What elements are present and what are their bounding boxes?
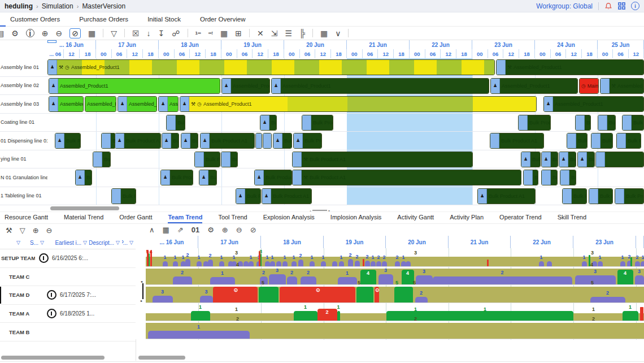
- gantt-bar[interactable]: ♟Bulk: [162, 133, 179, 149]
- gantt-bar[interactable]: ♟Assembled_P: [49, 96, 84, 112]
- gantt-bar[interactable]: Bulk Pr: [622, 115, 644, 131]
- bar-handle[interactable]: ♟: [49, 79, 58, 93]
- bar-handle[interactable]: ♟: [76, 170, 85, 185]
- gantt-bar[interactable]: Bulk P: [166, 115, 185, 131]
- bar-handle[interactable]: ♟: [222, 79, 231, 93]
- filter-icon[interactable]: ▽: [111, 29, 117, 37]
- trend-h-scrollbar[interactable]: [138, 356, 185, 360]
- settings-gear-icon[interactable]: ⚙: [11, 29, 19, 37]
- bar-handle[interactable]: [560, 170, 569, 185]
- gantt-bar[interactable]: Bulk Product A1: [518, 115, 551, 131]
- gantt-bar[interactable]: ♟Bulk: [181, 133, 198, 149]
- bar-handle[interactable]: ♟: [542, 152, 551, 167]
- close-icon[interactable]: ✕: [257, 29, 264, 37]
- chevron-down-icon[interactable]: ∨: [335, 29, 341, 37]
- gantt-bar[interactable]: Assembled_Pro: [85, 96, 116, 112]
- gantt-bar[interactable]: ♟Assembled_Produc: [118, 96, 157, 112]
- column-header[interactable]: S...▽: [23, 240, 46, 246]
- tab-order-gantt[interactable]: Order Gantt: [119, 212, 152, 223]
- gantt-bar[interactable]: Bulk Pro: [616, 133, 641, 149]
- table-h-scrollbar[interactable]: [1, 356, 105, 360]
- hierarchy-icon[interactable]: ╠: [299, 29, 305, 37]
- gantt-bar[interactable]: ♟Bulk Product A1: [200, 133, 255, 149]
- top-gantt-scrollbar[interactable]: [50, 206, 119, 210]
- gantt-bar[interactable]: ♟Bulk: [273, 133, 292, 149]
- gantt-bar[interactable]: Bulk Pro: [194, 152, 220, 167]
- tab-purchase-orders[interactable]: Purchase Orders: [79, 16, 128, 23]
- bar-handle[interactable]: [93, 152, 102, 167]
- bar-handle[interactable]: [524, 170, 533, 185]
- bar-handle[interactable]: [567, 133, 576, 148]
- link-end-icon[interactable]: ∞!: [208, 31, 213, 36]
- indent-icon[interactable]: ☰: [285, 29, 292, 37]
- bar-handle[interactable]: [490, 133, 499, 148]
- bar-handle[interactable]: ♟: [521, 152, 530, 167]
- workgroup-label[interactable]: Workgroup: Global: [536, 2, 593, 10]
- pin-icon[interactable]: ↧: [158, 29, 165, 37]
- zoom-out-circle-icon[interactable]: ⊖: [46, 227, 53, 234]
- edit-wrench-icon[interactable]: ⚒: [6, 227, 12, 234]
- gantt-bar[interactable]: ♟Bulk: [541, 152, 558, 167]
- gantt-bar[interactable]: [255, 133, 262, 149]
- bar-handle[interactable]: ♟: [115, 133, 124, 148]
- bar-handle[interactable]: [623, 115, 632, 130]
- binary-view-icon[interactable]: 01: [192, 226, 199, 234]
- bar-handle[interactable]: ♟: [48, 60, 57, 75]
- gantt-bar[interactable]: ♟Assem: [158, 96, 179, 112]
- table-row[interactable]: SETUP TEAM6/16/2025 6:...: [0, 249, 136, 268]
- bar-handle[interactable]: ♟: [491, 79, 500, 93]
- gantt-bar[interactable]: ♟Bulk Product A1: [254, 170, 292, 185]
- gantt-bar[interactable]: ♟Bulk: [559, 152, 576, 167]
- gantt-bar[interactable]: ♟Bulk Pro: [75, 170, 92, 185]
- tab-implosion-analysis[interactable]: Implosion Analysis: [330, 212, 382, 223]
- gantt-bar[interactable]: [595, 152, 644, 167]
- zoom-out-icon[interactable]: ⊖: [236, 226, 242, 234]
- gantt-bar[interactable]: ◷Maint: [579, 78, 599, 94]
- tab-order-overview[interactable]: Order Overview: [200, 16, 246, 23]
- bar-handle[interactable]: ♟: [272, 79, 281, 93]
- gantt-bar[interactable]: ♟Assembled_Product1: [543, 96, 644, 112]
- bar-handle[interactable]: ♟: [294, 133, 303, 148]
- collapse-icon[interactable]: ∧: [149, 226, 155, 234]
- gantt-bar[interactable]: ♟Assembled_Product1: [271, 78, 489, 94]
- gantt-bar[interactable]: ♟Bulk Pr: [199, 170, 217, 185]
- bar-handle[interactable]: ♟: [273, 133, 282, 148]
- gantt-bar[interactable]: Bulk Pro: [591, 133, 613, 149]
- tab-customer-orders[interactable]: Customer Orders: [10, 16, 60, 23]
- bar-handle[interactable]: [596, 152, 605, 167]
- bar-handle[interactable]: [598, 115, 607, 130]
- gantt-bar[interactable]: Bulk Pro: [523, 170, 538, 185]
- gantt-bar[interactable]: ♟Bulk Product A1: [115, 133, 161, 149]
- tab-activity-gantt[interactable]: Activity Gantt: [397, 212, 434, 223]
- bar-handle[interactable]: ♟: [199, 170, 208, 185]
- expand-icon[interactable]: ⇲: [271, 29, 278, 37]
- gantt-bar[interactable]: B: [263, 133, 272, 149]
- gantt-bar[interactable]: Bulk Prod: [562, 188, 587, 204]
- breadcrumb-version[interactable]: MasterVersion: [82, 2, 125, 10]
- tab-operator-trend[interactable]: Operator Trend: [499, 212, 542, 223]
- bar-handle[interactable]: [195, 152, 204, 167]
- filter-icon[interactable]: ▽: [129, 240, 133, 245]
- file-export-icon[interactable]: ⇗: [177, 226, 184, 234]
- bar-handle[interactable]: [615, 189, 624, 204]
- chart-view-icon[interactable]: ▦: [320, 29, 328, 37]
- gantt-bar[interactable]: Bulk Product A1: [490, 133, 544, 149]
- calendar-order-icon[interactable]: ▦: [220, 29, 228, 37]
- download-icon[interactable]: ↓: [147, 29, 151, 37]
- gantt-bar[interactable]: Bulk: [101, 133, 116, 149]
- bar-handle[interactable]: [497, 60, 506, 75]
- filter-icon[interactable]: ▽: [16, 240, 20, 245]
- gantt-bar[interactable]: ⚒Assembled_Pro: [600, 78, 644, 94]
- link-start-icon[interactable]: 1∞: [195, 31, 201, 36]
- bar-handle[interactable]: ♟: [49, 97, 58, 111]
- tab-resource-gantt[interactable]: Resource Gantt: [5, 212, 48, 223]
- gantt-bar[interactable]: ♟⚒◷Assembled_Product1: [47, 59, 495, 75]
- bar-handle[interactable]: [601, 79, 610, 93]
- gantt-bar[interactable]: Bulk Pro: [541, 170, 558, 185]
- bar-handle[interactable]: [293, 152, 302, 167]
- gantt-bar[interactable]: ♟Assembled_Product1: [49, 78, 220, 94]
- table-row[interactable]: TEAM C: [0, 268, 136, 287]
- bar-handle[interactable]: [563, 189, 572, 204]
- zoom-in-circle-icon[interactable]: ⊕: [33, 227, 39, 234]
- bar-handle[interactable]: ♟: [118, 97, 127, 111]
